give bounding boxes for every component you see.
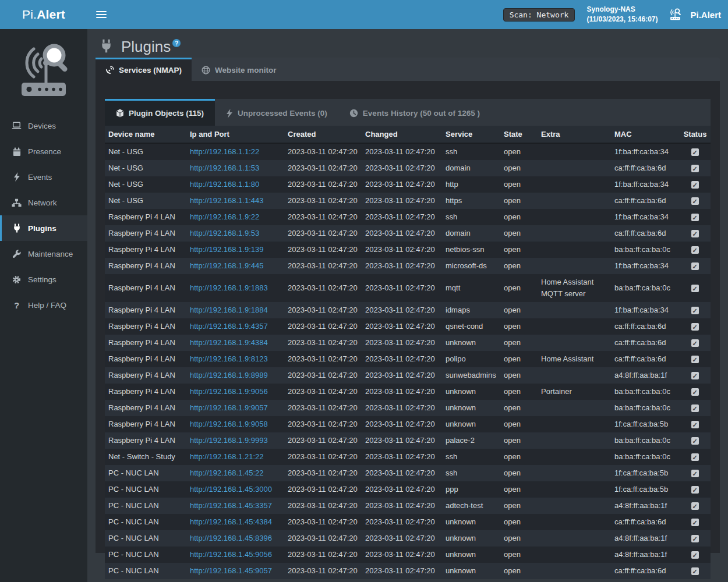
status-checkbox[interactable] — [691, 197, 699, 205]
ip-port-link[interactable]: http://192.168.1.9:8123 — [190, 354, 268, 363]
server-timestamp: (11/03/2023, 15:46:07) — [586, 15, 658, 24]
status-checkbox[interactable] — [691, 372, 699, 379]
status-checkbox[interactable] — [691, 339, 699, 347]
cell-created: 2023-03-11 02:47:20 — [284, 449, 362, 465]
status-checkbox[interactable] — [691, 262, 699, 270]
ip-port-link[interactable]: http://192.168.1.9:445 — [190, 261, 264, 270]
ip-port-link[interactable]: http://192.168.1.9:53 — [190, 229, 259, 237]
status-checkbox[interactable] — [691, 437, 699, 445]
cell-service: polipo — [442, 351, 500, 367]
status-checkbox[interactable] — [691, 307, 699, 314]
ip-port-link[interactable]: http://192.168.1.9:9058 — [190, 420, 268, 428]
status-checkbox[interactable] — [691, 181, 699, 189]
ip-port-link[interactable]: http://192.168.1.9:139 — [190, 245, 264, 254]
status-checkbox[interactable] — [691, 421, 699, 428]
router-scan-icon — [669, 8, 685, 21]
subtab-plugin-objects-115[interactable]: Plugin Objects (115) — [105, 99, 215, 126]
ip-port-link[interactable]: http://192.168.1.45:9057 — [190, 566, 272, 575]
cell-status — [680, 530, 711, 546]
table-row: Raspberry Pi 4 LANhttp://192.168.1.9:188… — [105, 302, 711, 318]
status-checkbox[interactable] — [691, 470, 699, 477]
cell-mac: 1f:ca:ff:ca:ba:5b — [611, 465, 680, 481]
status-checkbox[interactable] — [691, 404, 699, 412]
status-checkbox[interactable] — [691, 246, 699, 254]
ip-port-link[interactable]: http://192.168.1.9:22 — [190, 212, 259, 221]
cell-device-name: Raspberry Pi 4 LAN — [105, 318, 186, 335]
ip-port-link[interactable]: http://192.168.1.9:9056 — [190, 387, 268, 396]
cell-ip-and-port: http://192.168.1.9:22 — [186, 209, 284, 225]
ip-port-link[interactable]: http://192.168.1.9:9993 — [190, 436, 268, 445]
ip-port-link[interactable]: http://192.168.1.9:1884 — [190, 306, 268, 314]
cell-device-name: Net - Switch - Study — [105, 449, 186, 465]
ip-port-link[interactable]: http://192.168.1.45:3357 — [190, 501, 272, 510]
sidebar-item-help-faq[interactable]: ?Help / FAQ — [0, 292, 87, 318]
cell-mac: a4:8f:ff:aa:ba:1f — [611, 367, 680, 384]
tab-website-monitor[interactable]: Website monitor — [192, 58, 287, 81]
cell-changed: 2023-03-11 02:47:20 — [362, 465, 442, 481]
status-checkbox[interactable] — [691, 486, 699, 494]
sidebar: Pi.Alert DevicesPresenceEv — [0, 0, 87, 582]
status-checkbox[interactable] — [691, 519, 699, 526]
ip-port-link[interactable]: http://192.168.1.45:9056 — [190, 550, 272, 559]
ip-port-link[interactable]: http://192.168.1.45:4384 — [190, 517, 272, 526]
subtab-unprocessed-events-0[interactable]: Unprocessed Events (0) — [215, 99, 338, 126]
ip-port-link[interactable]: http://192.168.1.1:80 — [190, 180, 259, 189]
cell-extra: Portainer — [538, 384, 611, 400]
cell-device-name: PC - NUC LAN — [105, 563, 186, 579]
status-checkbox[interactable] — [691, 356, 699, 363]
ip-port-link[interactable]: http://192.168.1.1:443 — [190, 196, 264, 205]
ip-port-link[interactable]: http://192.168.1.45:3000 — [190, 485, 272, 494]
sidebar-item-label: Devices — [28, 122, 56, 130]
sidebar-item-network[interactable]: Network — [0, 190, 87, 215]
ip-port-link[interactable]: http://192.168.1.9:4357 — [190, 322, 268, 331]
sidebar-toggle-button[interactable] — [96, 9, 107, 20]
cell-extra — [538, 530, 611, 546]
sidebar-item-plugins[interactable]: Plugins — [0, 215, 87, 241]
status-checkbox[interactable] — [691, 535, 699, 542]
topbar: Scan: Network Synology-NAS (11/03/2023, … — [87, 0, 728, 29]
status-checkbox[interactable] — [691, 551, 699, 559]
topbar-brand[interactable]: Pi.Alert — [669, 8, 721, 21]
table-row: Raspberry Pi 4 LANhttp://192.168.1.9:898… — [105, 367, 711, 384]
status-checkbox[interactable] — [691, 502, 699, 510]
cell-state: open — [500, 258, 538, 274]
sidebar-item-devices[interactable]: Devices — [0, 113, 87, 139]
cell-extra — [538, 449, 611, 465]
status-checkbox[interactable] — [691, 567, 699, 575]
cell-state: open — [500, 563, 538, 579]
status-checkbox[interactable] — [691, 165, 699, 172]
status-checkbox[interactable] — [691, 230, 699, 237]
tab-services-nmap[interactable]: Services (NMAP) — [96, 58, 192, 81]
cell-mac: ba:ba:ff:ca:ba:0c — [611, 400, 680, 416]
sidebar-item-presence[interactable]: Presence — [0, 139, 87, 164]
status-checkbox[interactable] — [691, 388, 699, 396]
status-checkbox[interactable] — [691, 323, 699, 331]
cell-status — [680, 481, 711, 498]
subtab-events-history-50-out-of-1265[interactable]: Events History (50 out of 1265 ) — [338, 99, 491, 126]
cell-service: unknown — [442, 530, 500, 546]
help-badge[interactable]: ? — [172, 39, 181, 47]
cell-extra — [538, 209, 611, 225]
ip-port-link[interactable]: http://192.168.1.21:22 — [190, 452, 264, 461]
cell-state: open — [500, 225, 538, 242]
status-checkbox[interactable] — [691, 148, 699, 156]
cell-device-name: Raspberry Pi 4 LAN — [105, 209, 186, 225]
ip-port-link[interactable]: http://192.168.1.9:9057 — [190, 403, 268, 412]
status-checkbox[interactable] — [691, 453, 699, 461]
sidebar-item-events[interactable]: Events — [0, 164, 87, 190]
ip-port-link[interactable]: http://192.168.1.9:8989 — [190, 371, 268, 379]
cell-device-name: PC - NUC LAN — [105, 530, 186, 546]
sidebar-item-settings[interactable]: Settings — [0, 267, 87, 292]
cell-mac: 1f:ca:ff:ca:ba:5b — [611, 416, 680, 432]
ip-port-link[interactable]: http://192.168.1.9:4384 — [190, 338, 268, 347]
ip-port-link[interactable]: http://192.168.1.45:8396 — [190, 534, 272, 542]
app-logo[interactable]: Pi.Alert — [0, 0, 87, 29]
column-header-changed: Changed — [362, 126, 442, 143]
status-checkbox[interactable] — [691, 214, 699, 221]
ip-port-link[interactable]: http://192.168.1.9:1883 — [190, 283, 268, 292]
ip-port-link[interactable]: http://192.168.1.1:22 — [190, 147, 259, 156]
ip-port-link[interactable]: http://192.168.1.45:22 — [190, 469, 264, 477]
sidebar-item-maintenance[interactable]: Maintenance — [0, 241, 87, 267]
status-checkbox[interactable] — [691, 285, 699, 292]
ip-port-link[interactable]: http://192.168.1.1:53 — [190, 164, 259, 172]
